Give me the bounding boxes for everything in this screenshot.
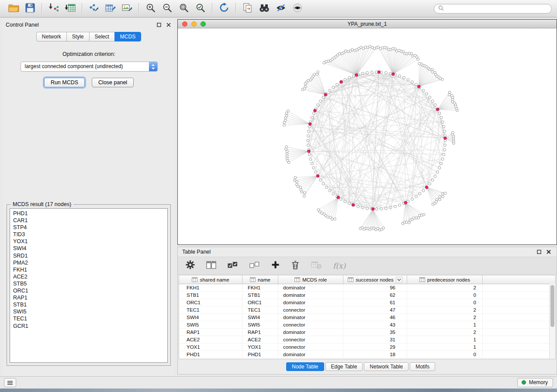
float-panel-icon[interactable]: [536, 249, 542, 254]
table-cell[interactable]: connector: [278, 336, 343, 343]
export-network-button[interactable]: [86, 2, 102, 16]
delete-column-button[interactable]: [291, 260, 300, 272]
table-row[interactable]: ORC1ORC1dominator610: [179, 299, 555, 306]
mcds-result-item[interactable]: ACE2: [13, 273, 164, 280]
table-cell[interactable]: connector: [278, 321, 343, 328]
table-cell[interactable]: SWI4: [179, 314, 242, 321]
mcds-result-item[interactable]: STB1: [13, 301, 164, 308]
table-cell[interactable]: 2: [407, 329, 483, 336]
table-cell[interactable]: dominator: [278, 299, 343, 306]
import-network-button[interactable]: [45, 2, 62, 16]
table-cell[interactable]: dominator: [278, 329, 343, 336]
table-row[interactable]: YOX1YOX1connector291: [179, 344, 555, 351]
table-cell[interactable]: connector: [278, 344, 343, 351]
show-hide-panel-button[interactable]: [289, 2, 306, 16]
table-cell[interactable]: FKH1: [242, 284, 278, 291]
table-cell[interactable]: 2: [407, 314, 483, 321]
search-input[interactable]: [446, 5, 547, 12]
table-cell[interactable]: 0: [407, 351, 483, 358]
table-row[interactable]: TEC1TEC1connector472: [179, 306, 555, 314]
table-cell[interactable]: 0: [407, 299, 483, 306]
mcds-result-item[interactable]: SWI4: [13, 245, 164, 252]
zoom-selected-button[interactable]: [192, 2, 209, 16]
mcds-result-item[interactable]: PHD1: [13, 210, 164, 217]
table-cell[interactable]: dominator: [278, 292, 343, 299]
mcds-result-item[interactable]: CAR1: [13, 217, 164, 224]
import-table-button[interactable]: [62, 2, 79, 16]
deselect-all-button[interactable]: [249, 261, 260, 271]
table-settings-button[interactable]: [186, 260, 195, 271]
clone-network-button[interactable]: [239, 2, 256, 16]
refresh-view-button[interactable]: [216, 2, 232, 16]
table-cell[interactable]: TEC1: [242, 306, 278, 313]
column-header-shared-name[interactable]: shared name: [179, 275, 242, 284]
table-row[interactable]: SWI5SWI5connector431: [179, 321, 555, 329]
split-view-button[interactable]: [206, 261, 216, 271]
mcds-result-item[interactable]: GCR1: [13, 323, 164, 330]
zoom-in-button[interactable]: [142, 2, 159, 16]
mcds-result-item[interactable]: YOX1: [13, 238, 164, 245]
tab-network[interactable]: Network: [36, 32, 67, 41]
mcds-result-item[interactable]: FKH1: [13, 266, 164, 273]
table-cell[interactable]: 35: [343, 329, 407, 336]
network-window-titlebar[interactable]: YPA_prune.txt_1: [178, 20, 557, 28]
table-cell[interactable]: RAP1: [179, 329, 242, 336]
table-cell[interactable]: 1: [407, 344, 483, 351]
table-cell[interactable]: YOX1: [179, 344, 242, 351]
tab-motifs[interactable]: Motifs: [410, 362, 435, 371]
tab-style[interactable]: Style: [66, 32, 90, 41]
table-cell[interactable]: 47: [343, 306, 407, 313]
table-cell[interactable]: 1: [407, 321, 483, 328]
function-builder-button[interactable]: f(x): [333, 261, 346, 270]
table-cell[interactable]: SWI4: [242, 314, 278, 321]
table-cell[interactable]: PHD1: [179, 351, 242, 358]
table-cell[interactable]: ACE2: [179, 336, 242, 343]
table-cell[interactable]: 2: [407, 284, 483, 291]
close-panel-icon[interactable]: [546, 249, 551, 254]
memory-button[interactable]: Memory: [517, 378, 553, 387]
toggle-graphics-details-button[interactable]: [273, 2, 289, 16]
sort-menu-chevron-icon[interactable]: [396, 277, 402, 283]
table-cell[interactable]: ACE2: [242, 336, 278, 343]
table-cell[interactable]: ORC1: [242, 299, 278, 306]
export-image-button[interactable]: [119, 2, 135, 16]
mcds-result-item[interactable]: TEC1: [13, 315, 164, 322]
mcds-result-item[interactable]: RAP1: [13, 294, 164, 301]
table-row[interactable]: ACE2ACE2connector311: [179, 336, 555, 344]
table-row[interactable]: FKH1FKH1dominator962: [179, 284, 555, 292]
close-panel-icon[interactable]: [166, 22, 171, 28]
scrollbar-thumb[interactable]: [550, 285, 554, 327]
float-panel-icon[interactable]: [156, 22, 162, 28]
column-header-name[interactable]: name: [242, 275, 278, 284]
table-cell[interactable]: 31: [343, 336, 407, 343]
table-cell[interactable]: STB1: [179, 292, 242, 299]
table-cell[interactable]: 96: [343, 284, 407, 291]
table-cell[interactable]: connector: [278, 306, 343, 313]
select-all-button[interactable]: [228, 261, 238, 271]
table-cell[interactable]: 62: [343, 292, 407, 299]
mcds-result-list[interactable]: PHD1CAR1STP4TID3YOX1SWI4SRD1PMA2FKH1ACE2…: [10, 208, 168, 363]
run-mcds-button[interactable]: Run MCDS: [44, 78, 85, 87]
table-cell[interactable]: FKH1: [179, 284, 242, 291]
network-canvas[interactable]: [178, 28, 557, 244]
optimization-criterion-dropdown[interactable]: largest connected component (undirected): [21, 62, 158, 72]
table-cell[interactable]: dominator: [278, 314, 343, 321]
export-table-button[interactable]: [102, 2, 119, 16]
table-cell[interactable]: SWI5: [179, 321, 242, 328]
tab-mcds[interactable]: MCDS: [114, 32, 141, 41]
table-cell[interactable]: 18: [343, 351, 407, 358]
save-session-button[interactable]: [22, 2, 38, 16]
tab-select[interactable]: Select: [89, 32, 115, 41]
table-cell[interactable]: RAP1: [242, 329, 278, 336]
table-cell[interactable]: 2: [407, 306, 483, 313]
search-box[interactable]: [434, 4, 552, 14]
find-button[interactable]: [256, 2, 273, 16]
tab-network-table[interactable]: Network Table: [364, 362, 408, 371]
table-cell[interactable]: 0: [407, 292, 483, 299]
table-cell[interactable]: 43: [343, 321, 407, 328]
table-row[interactable]: PHD1PHD1dominator180: [179, 351, 555, 358]
task-history-button[interactable]: [4, 378, 16, 387]
mcds-result-item[interactable]: SWI5: [13, 308, 164, 315]
mcds-result-item[interactable]: SRD1: [13, 252, 164, 259]
table-cell[interactable]: PHD1: [242, 351, 278, 358]
